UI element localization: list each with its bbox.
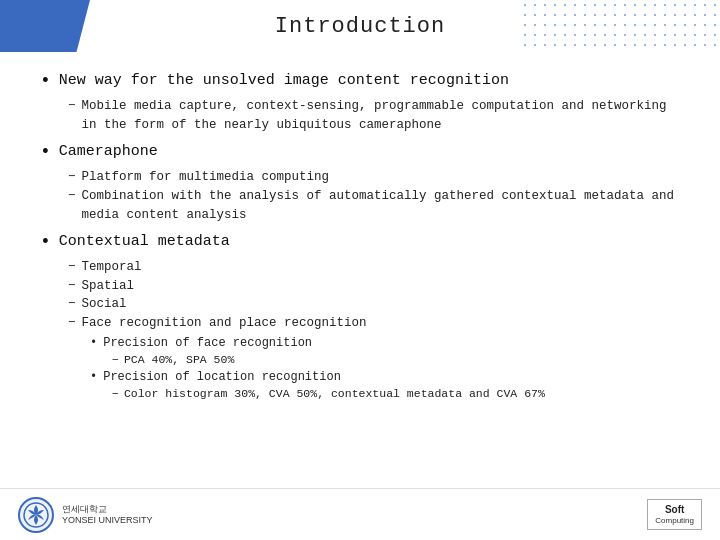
dash-icon: −	[68, 97, 76, 135]
list-item: − Social	[68, 295, 680, 314]
list-item: − Mobile media capture, context-sensing,…	[68, 97, 680, 135]
bullet-1-dot: •	[40, 70, 51, 93]
header: Introduction	[0, 0, 720, 52]
pca-text: PCA 40%, SPA 50%	[124, 352, 234, 369]
yonsei-korean: 연세대학교	[62, 504, 153, 515]
header-left-decoration	[0, 0, 90, 52]
list-item: − Color histogram 30%, CVA 50%, contextu…	[112, 386, 680, 403]
bullet-3-sublist: − Temporal − Spatial − Social − Face rec…	[68, 258, 680, 403]
computing-label: Computing	[655, 516, 694, 526]
dash-icon: −	[112, 352, 119, 369]
main-content: • New way for the unsolved image content…	[0, 52, 720, 488]
face-precision-label: Precision of face recognition	[103, 335, 312, 352]
bullet-2-sub-1-text: Platform for multimedia computing	[82, 168, 330, 187]
bullet-3-sub-1: Temporal	[82, 258, 142, 277]
color-histogram-text: Color histogram 30%, CVA 50%, contextual…	[124, 386, 545, 403]
list-item: • Precision of location recognition	[90, 369, 680, 386]
yonsei-logo-circle	[18, 497, 54, 533]
list-item: • Precision of face recognition	[90, 335, 680, 352]
bullet-dot-icon: •	[90, 369, 97, 386]
dash-icon: −	[68, 187, 76, 225]
yonsei-logo-svg	[22, 501, 50, 529]
page-title: Introduction	[275, 14, 445, 39]
dash-icon: −	[68, 295, 76, 314]
location-precision-label: Precision of location recognition	[103, 369, 341, 386]
list-item: − Temporal	[68, 258, 680, 277]
bullet-1-sub-1-text: Mobile media capture, context-sensing, p…	[82, 97, 680, 135]
soft-label: Soft	[665, 503, 684, 516]
dash-icon: −	[68, 277, 76, 296]
yonsei-english: YONSEI UNIVERSITY	[62, 515, 153, 526]
dash-icon: −	[112, 386, 119, 403]
bullet-3-sub-sublist: • Precision of face recognition − PCA 40…	[90, 335, 680, 403]
bullet-1: • New way for the unsolved image content…	[40, 70, 680, 93]
yonsei-logo: 연세대학교 YONSEI UNIVERSITY	[18, 497, 153, 533]
bullet-3-dot: •	[40, 231, 51, 254]
pca-sublist: − PCA 40%, SPA 50%	[112, 352, 680, 369]
bullet-3: • Contextual metadata	[40, 231, 680, 254]
bullet-1-text: New way for the unsolved image content r…	[59, 70, 509, 91]
bullet-3-text: Contextual metadata	[59, 231, 230, 252]
bullet-3-sub-2: Spatial	[82, 277, 135, 296]
bullet-2: • Cameraphone	[40, 141, 680, 164]
bullet-3-sub-4: Face recognition and place recognition	[82, 314, 367, 333]
dash-icon: −	[68, 314, 76, 333]
bullet-3-sub-3: Social	[82, 295, 127, 314]
dash-icon: −	[68, 168, 76, 187]
bullet-1-sublist: − Mobile media capture, context-sensing,…	[68, 97, 680, 135]
soft-computing-logo: Soft Computing	[647, 499, 702, 530]
list-item: − Face recognition and place recognition	[68, 314, 680, 333]
color-histogram-sublist: − Color histogram 30%, CVA 50%, contextu…	[112, 386, 680, 403]
bullet-2-sublist: − Platform for multimedia computing − Co…	[68, 168, 680, 224]
dash-icon: −	[68, 258, 76, 277]
list-item: − Spatial	[68, 277, 680, 296]
bullet-2-dot: •	[40, 141, 51, 164]
bullet-2-text: Cameraphone	[59, 141, 158, 162]
list-item: − Combination with the analysis of autom…	[68, 187, 680, 225]
list-item: − Platform for multimedia computing	[68, 168, 680, 187]
footer: 연세대학교 YONSEI UNIVERSITY Soft Computing	[0, 488, 720, 540]
header-dot-pattern	[520, 0, 720, 52]
list-item: − PCA 40%, SPA 50%	[112, 352, 680, 369]
bullet-2-sub-2-text: Combination with the analysis of automat…	[82, 187, 680, 225]
yonsei-logo-text: 연세대학교 YONSEI UNIVERSITY	[62, 504, 153, 526]
bullet-dot-icon: •	[90, 335, 97, 352]
